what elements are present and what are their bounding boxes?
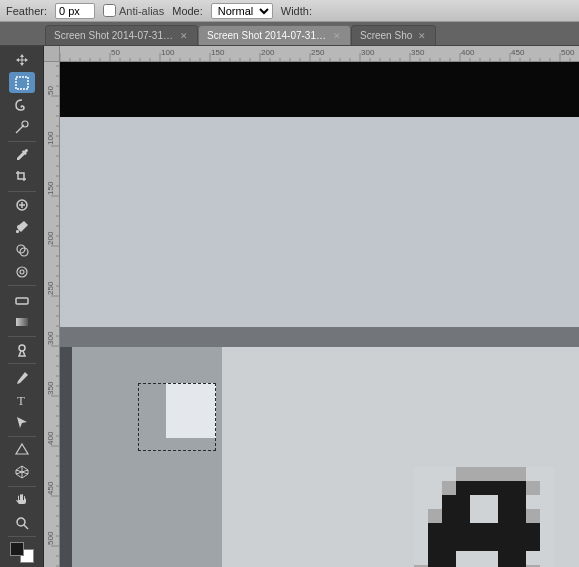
fg-color-swatch[interactable] (10, 542, 24, 556)
selection-overlay (138, 383, 216, 451)
svg-marker-14 (16, 444, 28, 454)
tool-separator-1 (8, 141, 36, 142)
tabs-bar: Screen Shot 2014-07-31 at 15.15.40.png ✕… (0, 22, 579, 46)
tool-separator-8 (8, 536, 36, 537)
tool-hand[interactable] (9, 490, 35, 511)
tool-separator-2 (8, 191, 36, 192)
tool-move[interactable] (9, 50, 35, 71)
tool-separator-4 (8, 336, 36, 337)
tab-1-close[interactable]: ✕ (179, 31, 189, 41)
tools-panel: T (0, 46, 44, 567)
doc-right-content (222, 347, 579, 567)
canvas-area[interactable] (44, 46, 579, 567)
mode-label: Mode: (172, 5, 203, 17)
mode-select[interactable]: Normal (211, 3, 273, 19)
tool-separator-6 (8, 436, 36, 437)
width-label: Width: (281, 5, 312, 17)
svg-point-2 (22, 121, 28, 127)
tool-separator-7 (8, 486, 36, 487)
tab-2-label: Screen Shot 2014-07-31 at 15.15.27.png (207, 30, 327, 41)
ruler-horizontal (60, 46, 579, 62)
tool-lasso[interactable] (9, 94, 35, 115)
tab-3-close[interactable]: ✕ (417, 31, 427, 41)
tool-text[interactable]: T (9, 389, 35, 410)
svg-point-9 (20, 270, 24, 274)
tab-3-label: Screen Sho (360, 30, 412, 41)
svg-text:T: T (17, 393, 25, 408)
tool-shape[interactable] (9, 440, 35, 461)
tool-separator-5 (8, 363, 36, 364)
tab-2[interactable]: Screen Shot 2014-07-31 at 15.15.27.png ✕ (198, 25, 351, 45)
tool-magic-wand[interactable] (9, 117, 35, 138)
tool-3d[interactable] (9, 462, 35, 483)
tool-path-select[interactable] (9, 412, 35, 433)
canvas-black-header (60, 62, 579, 117)
antialias-checkbox[interactable] (103, 4, 116, 17)
tool-healing[interactable] (9, 195, 35, 216)
tab-1[interactable]: Screen Shot 2014-07-31 at 15.15.40.png ✕ (45, 25, 198, 45)
toolbar: Feather: Anti-alias Mode: Normal Width: (0, 0, 579, 22)
main-area: T (0, 46, 579, 567)
tool-gradient[interactable] (9, 311, 35, 332)
tab-2-close[interactable]: ✕ (332, 31, 342, 41)
tool-eraser[interactable] (9, 289, 35, 310)
svg-line-20 (24, 525, 28, 529)
tool-crop[interactable] (9, 167, 35, 188)
pixel-art-area (389, 462, 579, 567)
ruler-corner (44, 46, 60, 62)
tool-dodge[interactable] (9, 339, 35, 360)
tool-clone[interactable] (9, 239, 35, 260)
svg-rect-10 (16, 298, 28, 304)
doc-dark-bar (60, 327, 579, 347)
tool-zoom[interactable] (9, 512, 35, 533)
tool-history[interactable] (9, 261, 35, 282)
svg-point-19 (17, 518, 25, 526)
svg-point-8 (17, 267, 27, 277)
tool-eyedropper[interactable] (9, 145, 35, 166)
antialias-checkbox-label[interactable]: Anti-alias (103, 4, 164, 17)
doc-top-section (60, 117, 579, 327)
selection-dashed-border (138, 383, 216, 451)
canvas-document-bg (60, 117, 579, 567)
feather-label: Feather: (6, 5, 47, 17)
doc-bottom-section (60, 347, 579, 567)
tool-pen[interactable] (9, 367, 35, 388)
canvas-viewport[interactable] (60, 62, 579, 567)
svg-rect-11 (16, 318, 28, 326)
svg-point-12 (19, 345, 25, 351)
doc-left-panel (72, 347, 222, 567)
ruler-vertical (44, 46, 60, 567)
svg-rect-0 (16, 77, 28, 89)
doc-left-strip (60, 347, 72, 567)
feather-input[interactable] (55, 3, 95, 19)
tab-3[interactable]: Screen Sho ✕ (351, 25, 436, 45)
color-swatches (8, 542, 36, 563)
tool-brush[interactable] (9, 217, 35, 238)
tool-separator-3 (8, 285, 36, 286)
antialias-label: Anti-alias (119, 5, 164, 17)
tool-marquee[interactable] (9, 72, 35, 93)
tab-1-label: Screen Shot 2014-07-31 at 15.15.40.png (54, 30, 174, 41)
